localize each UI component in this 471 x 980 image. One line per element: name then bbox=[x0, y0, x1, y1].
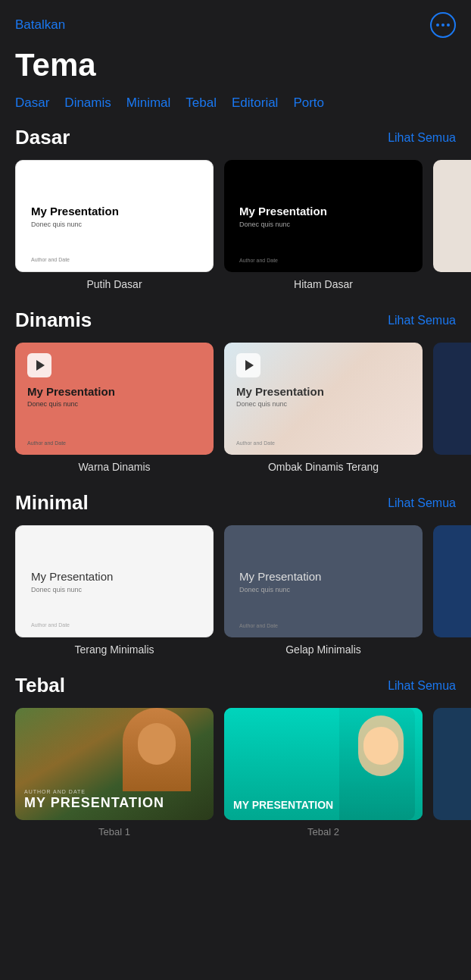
template-terang-minimalis[interactable]: My Presentation Donec quis nunc Author a… bbox=[15, 525, 214, 656]
section-dasar-header: Dasar Lihat Semua bbox=[0, 126, 471, 160]
template-warna-dinamis[interactable]: My Presentation Donec quis nunc Author a… bbox=[15, 343, 214, 473]
card-tebal-1[interactable]: AUTHOR AND DATE MY PRESENTATION bbox=[15, 708, 214, 820]
template-label-terang: Terang Minimalis bbox=[74, 643, 154, 656]
tebal-templates-row: AUTHOR AND DATE MY PRESENTATION Tebal 1 … bbox=[0, 708, 471, 838]
section-dinamis-header: Dinamis Lihat Semua bbox=[0, 308, 471, 343]
template-gelap-minimalis[interactable]: My Presentation Donec quis nunc Author a… bbox=[224, 525, 423, 656]
category-dinamis[interactable]: Dinamis bbox=[64, 95, 111, 111]
pres-subtitle: Donec quis nunc bbox=[31, 221, 198, 228]
lihat-semua-dinamis[interactable]: Lihat Semua bbox=[388, 314, 456, 327]
pres-author: Author and Date bbox=[27, 440, 66, 446]
card-gelap-minimalis[interactable]: My Presentation Donec quis nunc Author a… bbox=[224, 525, 423, 637]
card-warna-dinamis[interactable]: My Presentation Donec quis nunc Author a… bbox=[15, 343, 214, 455]
category-nav: Dasar Dinamis Minimal Tebal Editorial Po… bbox=[0, 95, 471, 126]
header: Batalkan bbox=[0, 0, 471, 44]
template-label-warna: Warna Dinamis bbox=[78, 461, 150, 473]
card-partial-minimal bbox=[433, 525, 471, 637]
section-tebal: Tebal Lihat Semua AUTHOR AND DATE MY PRE… bbox=[0, 674, 471, 838]
pres-subtitle: Donec quis nunc bbox=[27, 400, 201, 408]
card-partial-tebal bbox=[433, 708, 471, 820]
template-label-gelap: Gelap Minimalis bbox=[285, 643, 361, 656]
template-label-ombak: Ombak Dinamis Terang bbox=[268, 461, 379, 473]
template-tebal-1[interactable]: AUTHOR AND DATE MY PRESENTATION Tebal 1 bbox=[15, 708, 214, 838]
template-label-tebal-1: Tebal 1 bbox=[98, 826, 130, 838]
lihat-semua-minimal[interactable]: Lihat Semua bbox=[388, 496, 456, 510]
card-partial-dasar bbox=[433, 160, 471, 272]
pres-title: My Presentation bbox=[27, 385, 201, 398]
minimal-templates-row: My Presentation Donec quis nunc Author a… bbox=[0, 525, 471, 656]
pres-subtitle: Donec quis nunc bbox=[239, 221, 407, 228]
tebal-text-overlay: AUTHOR AND DATE MY PRESENTATION bbox=[24, 789, 204, 811]
lihat-semua-tebal[interactable]: Lihat Semua bbox=[388, 679, 456, 693]
template-hitam-dasar[interactable]: My Presentation Donec quis nunc Author a… bbox=[224, 160, 423, 290]
template-ombak-dinamis[interactable]: My Presentation Donec quis nunc Author a… bbox=[224, 343, 423, 473]
section-minimal: Minimal Lihat Semua My Presentation Done… bbox=[0, 491, 471, 656]
section-dinamis: Dinamis Lihat Semua My Presentation Done… bbox=[0, 308, 471, 473]
more-dots-icon bbox=[436, 23, 450, 27]
pres-author: Author and Date bbox=[31, 257, 70, 262]
pres-title: My Presentation bbox=[236, 385, 410, 398]
template-label-hitam-dasar: Hitam Dasar bbox=[294, 278, 353, 290]
pres-author: Author and Date bbox=[31, 622, 70, 628]
pres-subtitle: Donec quis nunc bbox=[236, 400, 410, 408]
pres-author: Author and Date bbox=[239, 623, 278, 628]
dasar-templates-row: My Presentation Donec quis nunc Author a… bbox=[0, 160, 471, 290]
tebal-2-title: MY PRESENTATION bbox=[233, 800, 354, 811]
template-label-putih-dasar: Putih Dasar bbox=[86, 278, 142, 290]
pres-title: My Presentation bbox=[239, 570, 407, 583]
card-partial-dinamis bbox=[433, 343, 471, 455]
dinamis-templates-row: My Presentation Donec quis nunc Author a… bbox=[0, 343, 471, 473]
section-dinamis-title: Dinamis bbox=[15, 308, 92, 332]
category-minimal[interactable]: Minimal bbox=[126, 95, 171, 111]
category-porto[interactable]: Porto bbox=[293, 95, 324, 111]
pres-subtitle: Donec quis nunc bbox=[31, 586, 198, 593]
section-minimal-header: Minimal Lihat Semua bbox=[0, 491, 471, 525]
play-button-ombak[interactable] bbox=[236, 353, 260, 377]
card-ombak-dinamis[interactable]: My Presentation Donec quis nunc Author a… bbox=[224, 343, 423, 455]
section-tebal-title: Tebal bbox=[15, 674, 65, 697]
section-dasar-title: Dasar bbox=[15, 126, 70, 149]
category-dasar[interactable]: Dasar bbox=[15, 95, 49, 111]
card-hitam-dasar[interactable]: My Presentation Donec quis nunc Author a… bbox=[224, 160, 423, 272]
lihat-semua-dasar[interactable]: Lihat Semua bbox=[388, 131, 456, 145]
category-tebal[interactable]: Tebal bbox=[186, 95, 217, 111]
more-options-button[interactable] bbox=[430, 12, 456, 38]
section-minimal-title: Minimal bbox=[15, 491, 89, 515]
pres-title: My Presentation bbox=[239, 205, 407, 218]
pres-author: Author and Date bbox=[239, 258, 278, 263]
tebal-title: MY PRESENTATION bbox=[24, 796, 204, 811]
pres-title: My Presentation bbox=[31, 205, 198, 218]
play-button-warna[interactable] bbox=[27, 353, 51, 377]
page-title: Tema bbox=[0, 44, 471, 95]
template-tebal-2[interactable]: MY PRESENTATION Tebal 2 bbox=[224, 708, 423, 838]
category-editorial[interactable]: Editorial bbox=[232, 95, 278, 111]
pres-title: My Presentation bbox=[31, 570, 198, 583]
section-tebal-header: Tebal Lihat Semua bbox=[0, 674, 471, 708]
card-terang-minimalis[interactable]: My Presentation Donec quis nunc Author a… bbox=[15, 525, 214, 637]
card-tebal-2[interactable]: MY PRESENTATION bbox=[224, 708, 423, 820]
pres-author: Author and Date bbox=[236, 440, 275, 446]
tebal-author: AUTHOR AND DATE bbox=[24, 789, 204, 794]
card-putih-dasar[interactable]: My Presentation Donec quis nunc Author a… bbox=[15, 160, 214, 272]
play-icon bbox=[245, 360, 254, 371]
pres-subtitle: Donec quis nunc bbox=[239, 586, 407, 593]
template-putih-dasar[interactable]: My Presentation Donec quis nunc Author a… bbox=[15, 160, 214, 290]
play-icon bbox=[36, 360, 45, 371]
section-dasar: Dasar Lihat Semua My Presentation Donec … bbox=[0, 126, 471, 290]
template-label-tebal-2: Tebal 2 bbox=[307, 826, 339, 838]
batalkan-button[interactable]: Batalkan bbox=[15, 17, 65, 33]
